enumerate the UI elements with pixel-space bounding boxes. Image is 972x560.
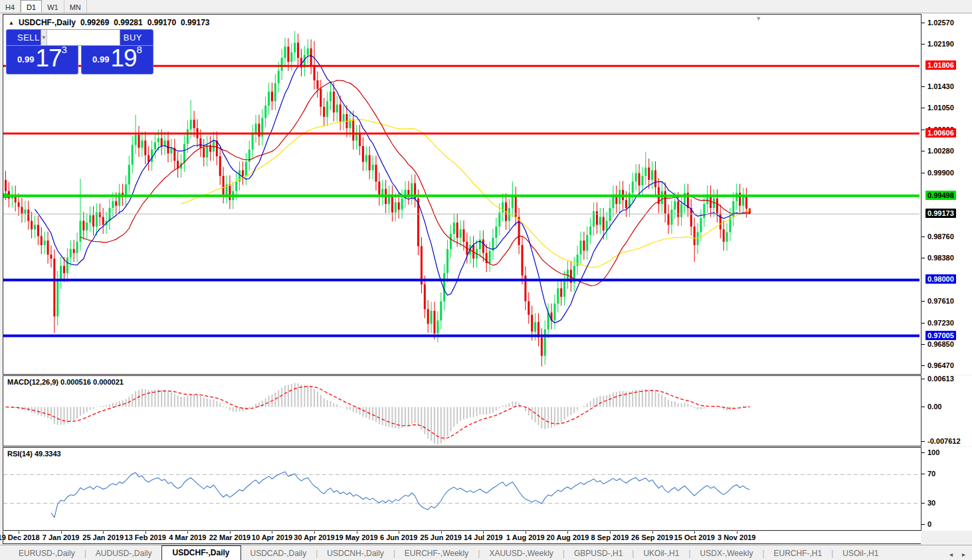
hline-price-chip: 1.00606 xyxy=(925,128,956,138)
axis-tick xyxy=(922,441,925,442)
rsi-tick-label: 0 xyxy=(927,520,931,529)
date-axis: 19 Dec 20187 Jan 201925 Jan 201913 Feb 2… xyxy=(3,531,921,544)
price-tick-label: 0.99900 xyxy=(927,169,954,177)
hline-price-chip: 0.97005 xyxy=(925,331,956,340)
axis-tick xyxy=(922,379,925,379)
price-tick-label: 1.02190 xyxy=(927,40,954,48)
buy-button[interactable]: BUY xyxy=(124,33,142,43)
ohlc-high: 0.99281 xyxy=(114,18,142,27)
macd-axis: 0.006130.00-0.007612 xyxy=(922,375,972,446)
price-tick-label: 1.01430 xyxy=(927,82,954,91)
price-tick-label: 0.98380 xyxy=(927,254,954,262)
chart-tab-eurchf-weekly[interactable]: EURCHF-,Weekly xyxy=(395,547,478,560)
price-tick-label: 1.00280 xyxy=(927,147,954,155)
macd-tick-label: 0.00 xyxy=(927,403,941,411)
volume-input[interactable] xyxy=(47,30,120,45)
rsi-chart xyxy=(3,448,920,529)
timeframe-mn-button[interactable]: MN xyxy=(64,0,87,13)
chart-tab-usdcnh-daily[interactable]: USDCNH-,Daily xyxy=(318,547,393,560)
axis-tick xyxy=(922,151,925,151)
chart-tab-xauusd-weekly[interactable]: XAUUSD-,Weekly xyxy=(480,547,562,560)
chart-symbol-label: USDCHF-,Daily xyxy=(19,18,76,27)
rsi-axis: 10070300 xyxy=(922,447,972,531)
sell-button[interactable]: SELL xyxy=(17,33,40,43)
symbol-marker-icon: ▲ xyxy=(9,20,14,26)
axis-tick xyxy=(922,503,925,504)
volume-stepper[interactable]: ▼ ▲ xyxy=(41,29,120,46)
one-click-trading-panel: SELL 0.99173 BUY 0.99198 ▼ ▲ xyxy=(6,29,153,73)
axis-tick xyxy=(922,236,925,237)
chart-tab-usdx-weekly[interactable]: USDX-,Weekly xyxy=(691,547,763,560)
axis-tick xyxy=(922,44,925,45)
axis-tick xyxy=(922,365,925,366)
hline-price-chip: 0.99498 xyxy=(925,191,956,200)
sell-price: 0.99173 xyxy=(7,44,78,72)
rsi-tick-label: 70 xyxy=(927,470,935,478)
price-tick-label: 1.02570 xyxy=(927,19,954,27)
axis-tick xyxy=(922,344,925,345)
ohlc-open: 0.99269 xyxy=(80,18,109,27)
axis-tick xyxy=(922,108,925,108)
timeframe-d1-button[interactable]: D1 xyxy=(21,0,42,13)
chart-tab-audusd-daily[interactable]: AUDUSD-,Daily xyxy=(86,547,161,560)
axis-tick xyxy=(922,474,925,474)
hline-price-chip: 0.98000 xyxy=(925,274,956,284)
ohlc-low: 0.99170 xyxy=(147,18,176,27)
chart-tab-ukoil-h1[interactable]: UKOil-,H1 xyxy=(634,547,688,560)
ohlc-close: 0.99173 xyxy=(181,18,209,27)
price-axis: 1.025701.021901.014301.010501.006601.002… xyxy=(922,14,972,375)
macd-tick-label: 0.00613 xyxy=(927,375,954,383)
axis-tick xyxy=(922,258,925,258)
date-tick-label: 3 Nov 2019 xyxy=(707,533,767,541)
chart-tab-usoil-h1[interactable]: USOil-,H1 xyxy=(833,547,888,560)
chart-tab-eurchf-h1[interactable]: EURCHF-,H1 xyxy=(765,547,832,560)
timeframe-h4-button[interactable]: H4 xyxy=(0,0,21,13)
macd-panel[interactable]: MACD(12,26,9) 0.000516 0.000021 xyxy=(3,375,922,446)
axis-tick xyxy=(922,173,925,173)
buy-price: 0.99198 xyxy=(82,44,153,72)
hline-price-chip: 1.01806 xyxy=(925,60,956,70)
macd-label: MACD(12,26,9) 0.000516 0.000021 xyxy=(7,378,124,386)
tabs-scroll-left-icon[interactable]: ◂ xyxy=(949,551,953,558)
tabs-scroll-right-icon[interactable]: ▸ xyxy=(962,551,965,558)
axis-tick xyxy=(922,130,925,130)
chart-tab-usdchf-daily[interactable]: USDCHF-,Daily xyxy=(161,545,241,560)
price-tick-label: 0.97610 xyxy=(927,297,954,306)
timeframe-toolbar: H4 D1 W1 MN xyxy=(0,0,972,13)
volume-decrease-icon[interactable]: ▼ xyxy=(41,30,47,45)
axis-tick xyxy=(922,23,925,23)
chart-tab-bar: EURUSD-,Daily|AUDUSD-,DailyUSDCHF-,Daily… xyxy=(0,545,972,560)
axis-tick xyxy=(922,524,925,525)
price-tick-label: 0.96850 xyxy=(927,340,954,349)
axis-tick xyxy=(922,323,925,324)
macd-tick-label: -0.007612 xyxy=(927,437,961,446)
axis-tick xyxy=(922,86,925,87)
timeframe-w1-button[interactable]: W1 xyxy=(42,0,64,13)
axis-tick xyxy=(922,452,925,453)
price-tick-label: 0.98760 xyxy=(927,233,954,241)
chart-tab-usdcad-daily[interactable]: USDCAD-,Daily xyxy=(241,547,316,560)
rsi-tick-label: 30 xyxy=(927,499,935,508)
current-price-chip: 0.99173 xyxy=(925,209,956,218)
price-tick-label: 1.01050 xyxy=(927,104,954,112)
chart-shift-marker-icon: ▼ xyxy=(755,15,761,22)
chart-tab-eurusd-daily[interactable]: EURUSD-,Daily xyxy=(9,547,84,560)
price-chart-panel[interactable]: ▲ USDCHF-,Daily 0.99269 0.99281 0.99170 … xyxy=(3,14,922,375)
rsi-panel[interactable]: RSI(14) 49.3343 xyxy=(3,447,922,531)
axis-tick xyxy=(922,301,925,302)
axis-tick xyxy=(922,407,925,407)
chart-header: ▲ USDCHF-,Daily 0.99269 0.99281 0.99170 … xyxy=(9,18,210,27)
price-tick-label: 0.96470 xyxy=(927,361,954,370)
rsi-tick-label: 100 xyxy=(927,448,939,457)
rsi-label: RSI(14) 49.3343 xyxy=(7,450,61,458)
chart-tab-gbpusd-h1[interactable]: GBPUSD-,H1 xyxy=(565,547,632,560)
macd-chart xyxy=(3,376,920,444)
price-tick-label: 0.97230 xyxy=(927,319,954,327)
